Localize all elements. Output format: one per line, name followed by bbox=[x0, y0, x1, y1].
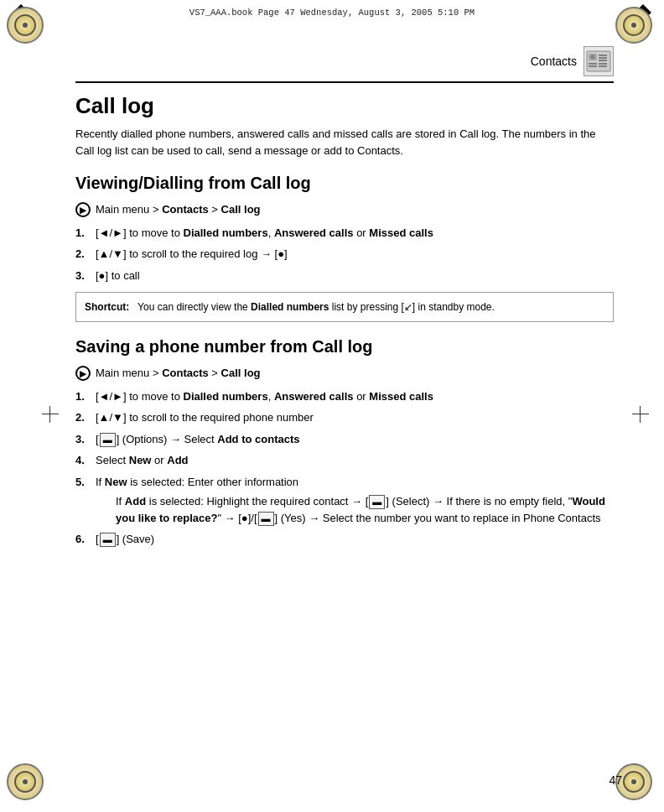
list-item: 3. [●] to call bbox=[75, 268, 614, 284]
section1-list: 1. [◄/►] to move to Dialled numbers, Ans… bbox=[75, 225, 614, 284]
list-content: [▲/▼] to scroll to the required log → [●… bbox=[96, 246, 614, 263]
list-item: 2. [▲/▼] to scroll to the required log →… bbox=[75, 246, 614, 263]
list-item: 2. [▲/▼] to scroll to the required phone… bbox=[75, 409, 614, 426]
section2-heading: Saving a phone number from Call log bbox=[75, 337, 614, 357]
list-item: 6. [▬] (Save) bbox=[75, 531, 614, 548]
list-number: 3. bbox=[75, 431, 96, 448]
list-content: [◄/►] to move to Dialled numbers, Answer… bbox=[96, 388, 614, 405]
content-area: Contacts Call log Recently dialle bbox=[75, 46, 614, 762]
list-item: 5. If New is selected: Enter other infor… bbox=[75, 474, 614, 527]
section1-heading: Viewing/Dialling from Call log bbox=[75, 174, 614, 193]
top-header-bar: VS7_AAA.book Page 47 Wednesday, August 3… bbox=[0, 0, 664, 25]
list-number: 5. bbox=[75, 474, 96, 491]
corner-ornament-tl bbox=[7, 7, 49, 49]
contacts-label: Contacts bbox=[531, 55, 577, 68]
shortcut-box: Shortcut: You can directly view the Dial… bbox=[75, 292, 614, 322]
page-title: Call log bbox=[75, 93, 614, 119]
section2-nav-text: Main menu > Contacts > Call log bbox=[96, 365, 261, 382]
file-info: VS7_AAA.book Page 47 Wednesday, August 3… bbox=[189, 8, 475, 18]
list-number: 2. bbox=[75, 246, 96, 263]
list-content: Select New or Add bbox=[96, 452, 614, 469]
list-content: [▬] (Save) bbox=[96, 531, 614, 548]
list-number: 1. bbox=[75, 388, 96, 405]
sub-item: If Add is selected: Highlight the requir… bbox=[116, 493, 614, 526]
section2-list: 1. [◄/►] to move to Dialled numbers, Ans… bbox=[75, 388, 614, 548]
shortcut-label: Shortcut: bbox=[85, 301, 129, 313]
list-item: 3. [▬] (Options) → Select Add to contact… bbox=[75, 431, 614, 448]
nav-circle-icon: ▶ bbox=[75, 202, 91, 217]
list-number: 6. bbox=[75, 531, 96, 548]
list-item: 1. [◄/►] to move to Dialled numbers, Ans… bbox=[75, 225, 614, 242]
page-container: VS7_AAA.book Page 47 Wednesday, August 3… bbox=[0, 0, 664, 812]
list-number: 4. bbox=[75, 452, 96, 469]
svg-point-2 bbox=[590, 55, 595, 60]
list-content: If New is selected: Enter other informat… bbox=[96, 474, 614, 527]
list-number: 2. bbox=[75, 409, 96, 426]
section1-nav-text: Main menu > Contacts > Call log bbox=[96, 201, 261, 218]
contacts-icon bbox=[584, 46, 614, 76]
list-number: 3. bbox=[75, 268, 96, 284]
list-content: [▲/▼] to scroll to the required phone nu… bbox=[96, 409, 614, 426]
corner-ornament-tr bbox=[615, 7, 657, 49]
list-item: 1. [◄/►] to move to Dialled numbers, Ans… bbox=[75, 388, 614, 405]
section1-nav: ▶ Main menu > Contacts > Call log bbox=[75, 201, 614, 218]
intro-text: Recently dialled phone numbers, answered… bbox=[75, 126, 614, 159]
list-content: [◄/►] to move to Dialled numbers, Answer… bbox=[96, 225, 614, 242]
page-number: 47 bbox=[609, 773, 622, 787]
list-number: 1. bbox=[75, 225, 96, 242]
corner-ornament-bl bbox=[7, 763, 49, 805]
list-content: [●] to call bbox=[96, 268, 614, 284]
shortcut-text: You can directly view the Dialled number… bbox=[132, 301, 495, 313]
section2-nav: ▶ Main menu > Contacts > Call log bbox=[75, 365, 614, 382]
nav-circle-icon2: ▶ bbox=[75, 366, 91, 381]
list-content: [▬] (Options) → Select Add to contacts bbox=[96, 431, 614, 448]
contacts-header: Contacts bbox=[75, 46, 614, 83]
list-item: 4. Select New or Add bbox=[75, 452, 614, 469]
